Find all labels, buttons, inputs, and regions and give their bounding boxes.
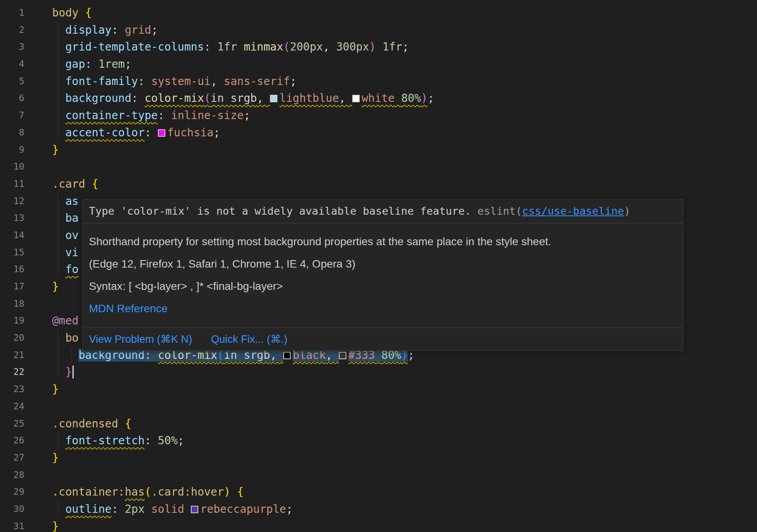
line-number: 13: [0, 210, 24, 227]
line-number: 9: [0, 141, 24, 159]
code-text: @med: [52, 312, 78, 329]
code-token: background: [65, 92, 132, 105]
code-token: ;: [244, 109, 250, 122]
code-text: }: [52, 449, 59, 467]
code-line[interactable]: 22 }: [0, 364, 757, 381]
doc-description: Shorthand property for setting most back…: [89, 235, 677, 248]
code-line[interactable]: 4 gap: 1rem;: [0, 56, 757, 73]
code-token: 200px: [290, 40, 323, 53]
line-number: 20: [0, 329, 24, 347]
code-token: [52, 126, 65, 139]
line-number: 27: [0, 449, 24, 467]
code-text: vi: [52, 244, 78, 261]
code-text: .card {: [52, 176, 98, 193]
code-token: [52, 331, 65, 344]
code-token: fo: [65, 263, 79, 276]
code-line[interactable]: 8 accent-color: fuchsia;: [0, 124, 757, 141]
code-text: }: [52, 278, 59, 295]
code-line[interactable]: 9}: [0, 141, 757, 159]
diagnostic-message: Type 'color-mix' is not a widely availab…: [83, 199, 683, 223]
code-token: {: [125, 417, 131, 430]
code-line[interactable]: 23}: [0, 381, 757, 398]
line-number: 26: [0, 432, 24, 449]
line-number: 10: [0, 158, 24, 176]
vscode-editor: 1body {2 display: grid;3 grid-template-c…: [0, 0, 757, 532]
eslint-rule-link[interactable]: css/use-baseline: [522, 205, 624, 217]
code-token: ;: [290, 75, 297, 88]
color-swatch[interactable]: [270, 95, 277, 102]
code-token: [52, 229, 65, 242]
color-swatch[interactable]: [191, 506, 198, 513]
code-token: [52, 109, 65, 122]
code-token: ): [224, 485, 230, 498]
code-token: [118, 417, 125, 430]
code-token: ov: [65, 229, 79, 242]
code-line[interactable]: 28: [0, 467, 757, 484]
code-line[interactable]: 5 font-family: system-ui, sans-serif;: [0, 73, 757, 90]
code-token: outline: [65, 503, 112, 516]
code-line[interactable]: 30 outline: 2px solid rebeccapurple;: [0, 501, 757, 518]
code-line[interactable]: 31}: [0, 518, 757, 532]
code-text: }: [52, 141, 59, 159]
code-token: color-mix: [145, 92, 204, 105]
code-token: [395, 92, 401, 105]
quick-fix-action[interactable]: Quick Fix... (⌘.): [211, 333, 288, 346]
code-token: ;: [125, 58, 131, 71]
color-swatch[interactable]: [283, 352, 291, 359]
line-number: 6: [0, 90, 24, 107]
code-token: minmax: [244, 40, 283, 53]
code-text: }: [52, 518, 59, 532]
code-line[interactable]: 10: [0, 158, 757, 176]
code-token: inline-size: [171, 109, 243, 122]
code-token: [85, 177, 92, 190]
code-line[interactable]: 3 grid-template-columns: 1fr minmax(200p…: [0, 38, 757, 56]
code-token: ): [421, 92, 428, 105]
code-line[interactable]: 2 display: grid;: [0, 22, 757, 39]
code-text: ba: [52, 210, 78, 227]
code-token: [78, 6, 85, 19]
line-number: 25: [0, 415, 24, 432]
line-number: 22: [0, 364, 24, 381]
code-text: .condensed {: [52, 415, 131, 432]
mdn-reference-link[interactable]: MDN Reference: [89, 302, 168, 315]
code-token: 50%: [158, 434, 178, 447]
color-swatch[interactable]: [352, 95, 360, 102]
code-line[interactable]: 11.card {: [0, 176, 757, 193]
line-number: 1: [0, 4, 24, 22]
text-cursor: [72, 366, 74, 378]
code-token: }: [52, 520, 59, 532]
code-token: .card: [52, 177, 85, 190]
code-line[interactable]: 25.condensed {: [0, 415, 757, 432]
code-line[interactable]: 1body {: [0, 4, 757, 22]
code-line[interactable]: 27}: [0, 449, 757, 467]
code-token: ,: [339, 92, 352, 105]
diagnostic-source-suffix: ): [624, 205, 630, 217]
color-swatch[interactable]: [158, 129, 165, 137]
view-problem-action[interactable]: View Problem (⌘K N): [89, 333, 192, 346]
color-swatch[interactable]: [339, 352, 346, 359]
code-token: ;: [151, 24, 158, 36]
doc-syntax: Syntax: [ <bg-layer> , ]* <final-bg-laye…: [89, 280, 677, 293]
code-token: }: [65, 366, 72, 378]
code-token: }: [52, 383, 59, 396]
code-line[interactable]: 7 container-type: inline-size;: [0, 107, 757, 124]
code-token: accent-color: [65, 126, 145, 139]
code-token: {: [85, 6, 92, 19]
code-token: (: [204, 92, 211, 105]
code-line[interactable]: 29.container:has(.card:hover) {: [0, 483, 757, 501]
line-number: 12: [0, 193, 24, 210]
code-token: [52, 92, 65, 105]
code-token: [184, 503, 191, 516]
code-token: solid: [151, 503, 184, 516]
hover-actions-bar: View Problem (⌘K N) Quick Fix... (⌘.): [83, 328, 683, 351]
code-token: [52, 263, 65, 276]
code-line[interactable]: 6 background: color-mix(in srgb, lightbl…: [0, 90, 757, 107]
code-line[interactable]: 26 font-stretch: 50%;: [0, 432, 757, 449]
line-number: 16: [0, 261, 24, 278]
code-token: [52, 503, 65, 516]
code-token: [237, 40, 244, 53]
code-token: ): [369, 40, 376, 53]
code-token: [52, 40, 65, 53]
code-token: [52, 24, 65, 36]
code-line[interactable]: 24: [0, 398, 757, 415]
